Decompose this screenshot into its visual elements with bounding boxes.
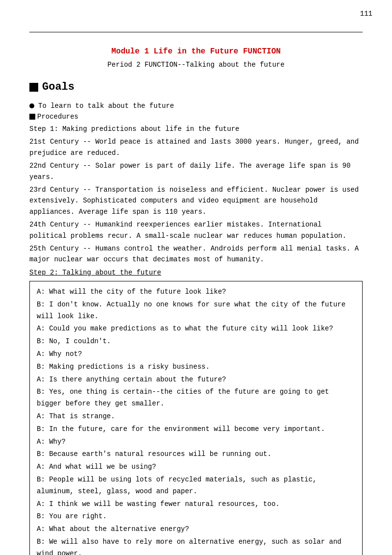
dialogue-line: B: Yes, one thing is certain--the cities… (37, 386, 355, 410)
black-square-icon (29, 83, 38, 92)
dialogue-line: B: People will be using lots of recycled… (37, 474, 355, 498)
step2-label: Step 2: Talking about the future (29, 267, 363, 278)
dialogue-line: A: What will the city of the future look… (37, 286, 355, 298)
century-25: 25th Century -- Humans control the weath… (29, 243, 363, 265)
dialogue-line: A: And what will we be using? (37, 461, 355, 473)
dialogue-line: B: Making predictions is a risky busines… (37, 361, 355, 373)
dialogue-line: B: Because earth's natural resources wil… (37, 449, 355, 460)
dialogue-line: B: You are right. (37, 511, 355, 523)
page-container: 111 Module 1 Life in the Future FUNCTION… (0, 0, 392, 555)
goals-heading: Goals (29, 81, 363, 93)
dialogue-line: B: We will also have to rely more on alt… (37, 536, 355, 555)
module-title: Module 1 Life in the Future FUNCTION (29, 47, 363, 56)
top-divider (29, 32, 363, 32)
dialogue-box: A: What will the city of the future look… (29, 281, 363, 555)
dialogue-line: A: Is there anything certain about the f… (37, 374, 355, 386)
dialogue-line: B: I don't know. Actually no one knows f… (37, 299, 355, 323)
page-number-top: 111 (360, 10, 372, 18)
period-subtitle: Period 2 FUNCTION--Talking about the fut… (29, 61, 363, 69)
dialogue-line: A: I think we will be wasting fewer natu… (37, 499, 355, 510)
century-21: 21st Century -- World peace is attained … (29, 136, 363, 158)
dialogue-line: A: That is strange. (37, 411, 355, 423)
dialogue-line: A: Why? (37, 436, 355, 448)
dialogue-line: A: Why not? (37, 349, 355, 360)
century-23: 23rd Century -- Transportation is noisel… (29, 184, 363, 217)
century-24: 24th Century -- Humankind reexperiences … (29, 219, 363, 241)
small-square-icon (29, 114, 35, 120)
dialogue-line: B: No, I couldn't. (37, 336, 355, 348)
dialogue-line: B: In the future, care for the environme… (37, 424, 355, 435)
dialogue-line: A: Could you make predictions as to what… (37, 323, 355, 335)
dialogue-line: A: What about the alternative energy? (37, 524, 355, 535)
bullet-circle-icon (29, 103, 34, 108)
step1-label: Step 1: Making predictions about life in… (29, 124, 363, 134)
procedures-label: Procedures (29, 113, 363, 121)
goal-item: To learn to talk about the future (29, 102, 363, 110)
century-22: 22nd Century -- Solar power is part of d… (29, 160, 363, 182)
